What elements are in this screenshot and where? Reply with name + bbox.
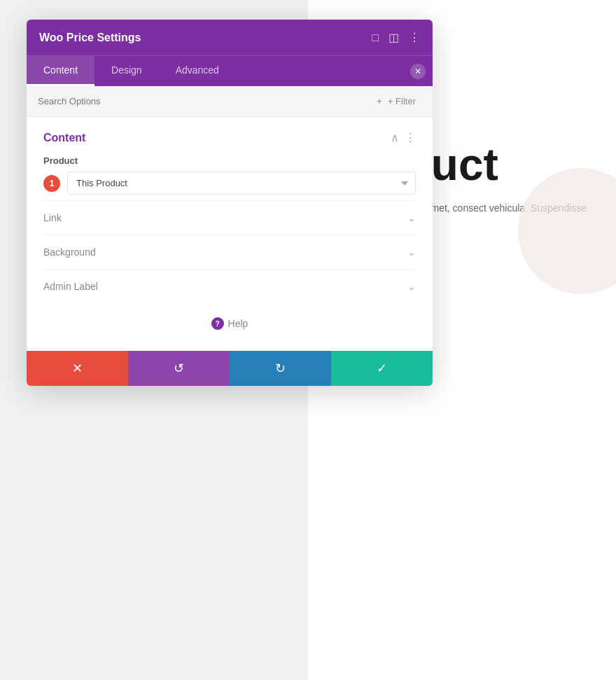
help-section: ? Help bbox=[43, 303, 416, 337]
accordion-admin-label: Admin Label ⌄ bbox=[43, 269, 416, 303]
cancel-button[interactable]: ✕ bbox=[27, 351, 128, 386]
save-icon: ✓ bbox=[377, 361, 387, 376]
collapse-icon[interactable]: ∧ bbox=[391, 131, 399, 144]
section-more-icon[interactable]: ⋮ bbox=[405, 131, 416, 144]
product-field-row: 1 This Product Custom Product bbox=[43, 172, 416, 195]
accordion-background: Background ⌄ bbox=[43, 235, 416, 269]
accordion-admin-label-header[interactable]: Admin Label ⌄ bbox=[43, 281, 416, 292]
content-section-title: Content bbox=[43, 132, 85, 144]
panel-footer: ✕ ↺ ↻ ✓ bbox=[27, 351, 433, 386]
help-icon: ? bbox=[211, 317, 224, 330]
product-field-group: Product 1 This Product Custom Product bbox=[43, 155, 416, 195]
undo-icon: ↺ bbox=[174, 361, 184, 376]
filter-button[interactable]: + + Filter bbox=[371, 93, 421, 109]
accordion-background-chevron: ⌄ bbox=[407, 247, 416, 258]
close-button[interactable]: ✕ bbox=[410, 64, 426, 79]
accordion-link-chevron: ⌄ bbox=[407, 212, 416, 223]
panel-header: Woo Price Settings □ ◫ ⋮ bbox=[27, 20, 433, 55]
panel-tabs: Content Design Advanced ✕ bbox=[27, 55, 433, 86]
accordion-admin-label-text: Admin Label bbox=[43, 281, 98, 292]
accordion-background-header[interactable]: Background ⌄ bbox=[43, 247, 416, 258]
product-field-badge: 1 bbox=[43, 175, 60, 192]
redo-button[interactable]: ↻ bbox=[230, 351, 331, 386]
filter-plus-icon: + bbox=[377, 96, 382, 106]
save-button[interactable]: ✓ bbox=[331, 351, 433, 386]
redo-icon: ↻ bbox=[275, 361, 286, 376]
cancel-icon: ✕ bbox=[72, 361, 83, 376]
accordion-link-header[interactable]: Link ⌄ bbox=[43, 212, 416, 223]
accordion-background-label: Background bbox=[43, 247, 96, 258]
panel-title: Woo Price Settings bbox=[39, 32, 141, 44]
product-field-label: Product bbox=[43, 155, 416, 166]
tab-content[interactable]: Content bbox=[27, 56, 94, 86]
section-actions: ∧ ⋮ bbox=[391, 131, 416, 144]
settings-panel: Woo Price Settings □ ◫ ⋮ Content Design … bbox=[27, 20, 433, 386]
accordion-link-label: Link bbox=[43, 212, 62, 223]
content-section-header: Content ∧ ⋮ bbox=[43, 131, 416, 144]
help-label[interactable]: Help bbox=[228, 318, 248, 329]
accordion-admin-label-chevron: ⌄ bbox=[407, 281, 416, 292]
screen-icon[interactable]: □ bbox=[372, 32, 379, 44]
tab-close-area: ✕ bbox=[410, 56, 433, 86]
tab-advanced[interactable]: Advanced bbox=[159, 56, 236, 86]
panel-body: Content ∧ ⋮ Product 1 This Product Custo… bbox=[27, 117, 433, 351]
panel-header-icons: □ ◫ ⋮ bbox=[372, 31, 420, 44]
more-icon[interactable]: ⋮ bbox=[409, 31, 420, 44]
product-select[interactable]: This Product Custom Product bbox=[67, 172, 416, 195]
accordion-link: Link ⌄ bbox=[43, 200, 416, 235]
undo-button[interactable]: ↺ bbox=[128, 351, 230, 386]
search-bar: + + Filter bbox=[27, 86, 433, 117]
columns-icon[interactable]: ◫ bbox=[388, 31, 399, 44]
tab-design[interactable]: Design bbox=[94, 56, 159, 86]
search-input[interactable] bbox=[38, 96, 178, 106]
